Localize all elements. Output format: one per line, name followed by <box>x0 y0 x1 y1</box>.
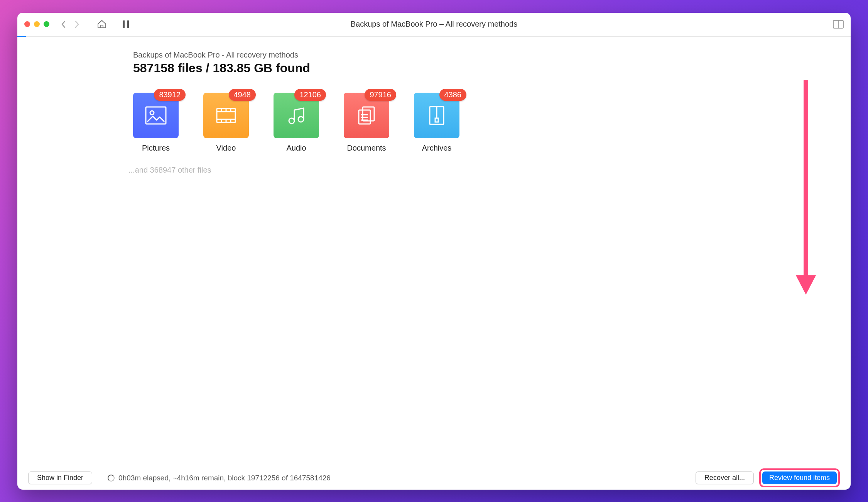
svg-point-5 <box>150 111 154 115</box>
audio-label: Audio <box>286 144 306 153</box>
category-video[interactable]: 4948 Video <box>203 93 249 153</box>
video-tile: 4948 <box>203 93 249 138</box>
page-subtitle: Backups of MacBook Pro - All recovery me… <box>133 51 851 59</box>
documents-tile: 97916 <box>344 93 389 138</box>
video-label: Video <box>216 144 236 153</box>
category-grid: 83912 Pictures 4948 Video 12106 Audio <box>133 93 851 153</box>
svg-rect-0 <box>123 20 125 28</box>
window-title: Backups of MacBook Pro – All recovery me… <box>17 20 851 29</box>
documents-icon <box>356 105 377 126</box>
documents-label: Documents <box>347 144 386 153</box>
svg-rect-1 <box>127 20 129 28</box>
scan-progress-bar <box>17 36 851 37</box>
svg-rect-17 <box>363 107 374 121</box>
other-files-line: ...and 368947 other files <box>128 166 851 175</box>
svg-rect-24 <box>435 118 438 122</box>
category-archives[interactable]: 4386 Archives <box>414 93 459 153</box>
pictures-tile: 83912 <box>133 93 179 138</box>
pictures-count-badge: 83912 <box>154 89 186 101</box>
category-documents[interactable]: 97916 Documents <box>344 93 389 153</box>
archives-icon <box>428 105 445 126</box>
pictures-label: Pictures <box>142 144 170 153</box>
review-highlight: Review found items <box>759 468 840 487</box>
zoom-window-icon[interactable] <box>44 21 49 27</box>
back-button[interactable] <box>57 18 70 31</box>
category-pictures[interactable]: 83912 Pictures <box>133 93 179 153</box>
scan-status: 0h03m elapsed, ~4h16m remain, block 1971… <box>108 474 331 482</box>
home-icon <box>97 19 107 29</box>
video-count-badge: 4948 <box>229 89 256 101</box>
footer-actions: Recover all... Review found items <box>696 468 840 487</box>
app-window: Backups of MacBook Pro – All recovery me… <box>17 13 851 490</box>
main-content: Backups of MacBook Pro - All recovery me… <box>17 37 851 466</box>
svg-rect-4 <box>146 107 166 124</box>
footer: Show in Finder 0h03m elapsed, ~4h16m rem… <box>17 466 851 490</box>
video-icon <box>215 106 237 125</box>
archives-tile: 4386 <box>414 93 459 138</box>
scan-progress-fill <box>17 36 26 37</box>
audio-tile: 12106 <box>274 93 319 138</box>
pause-button[interactable] <box>122 20 129 29</box>
close-window-icon[interactable] <box>24 21 30 27</box>
svg-point-15 <box>289 118 294 124</box>
chevron-left-icon <box>61 20 66 28</box>
show-in-finder-button[interactable]: Show in Finder <box>28 471 92 484</box>
audio-count-badge: 12106 <box>294 89 326 101</box>
archives-label: Archives <box>422 144 452 153</box>
category-audio[interactable]: 12106 Audio <box>274 93 319 153</box>
toolbar: Backups of MacBook Pro – All recovery me… <box>17 13 851 36</box>
archives-count-badge: 4386 <box>439 89 467 101</box>
nav-arrows <box>57 18 83 31</box>
page-headline: 587158 files / 183.85 GB found <box>133 61 851 75</box>
forward-button[interactable] <box>70 18 83 31</box>
spinner-icon <box>108 475 115 482</box>
svg-point-16 <box>298 117 304 122</box>
home-button[interactable] <box>97 19 107 29</box>
book-icon <box>833 20 844 29</box>
minimize-window-icon[interactable] <box>34 21 40 27</box>
window-controls <box>24 21 49 27</box>
reference-button[interactable] <box>833 20 844 29</box>
documents-count-badge: 97916 <box>365 89 396 101</box>
chevron-right-icon <box>74 20 79 28</box>
review-found-items-button[interactable]: Review found items <box>762 471 837 484</box>
pictures-icon <box>145 106 167 125</box>
scan-status-text: 0h03m elapsed, ~4h16m remain, block 1971… <box>118 474 331 482</box>
recover-all-button[interactable]: Recover all... <box>696 471 754 484</box>
audio-icon <box>286 105 306 126</box>
pause-icon <box>122 20 129 29</box>
